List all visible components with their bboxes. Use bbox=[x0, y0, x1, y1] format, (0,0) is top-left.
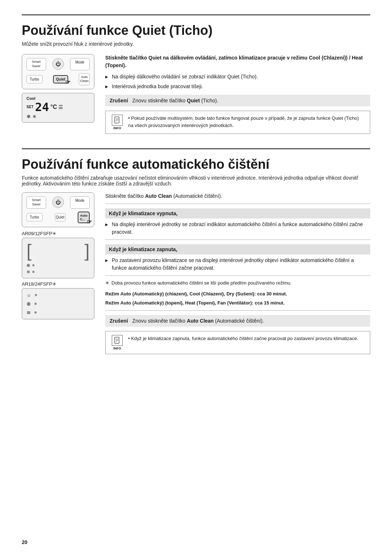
dot-ar18-2 bbox=[34, 303, 37, 305]
power-btn-2: ⏻ bbox=[52, 196, 64, 208]
section1-title: Používání funkce Quiet (Ticho) bbox=[22, 23, 370, 38]
ar18-display: ☼ ⊕ ≋ bbox=[22, 288, 94, 319]
info-text-content-2: • Když je klimatizace zapnuta, funkce au… bbox=[128, 335, 358, 342]
asterisk-note: ✳ Doba provozu funkce automatického čišt… bbox=[105, 279, 370, 287]
smart-saver-btn: SmartSaver bbox=[26, 58, 46, 70]
remote-buttons-grid: SmartSaver ⏻ Mode bbox=[26, 58, 90, 70]
section1-instructions: Stiskněte tlačítko Quiet na dálkovém ovl… bbox=[105, 54, 370, 134]
info-icon-box-2 bbox=[112, 335, 123, 346]
auto-clean-section: SmartSaver ⏻ Mode Turbo Quiet AutoC... ☞… bbox=[22, 192, 370, 354]
quiet-btn: Quiet ☞ bbox=[53, 75, 68, 83]
ar09-main-display: [ ] bbox=[26, 242, 90, 260]
off-item: ▶ Na displeji interiérové jednotky se zo… bbox=[105, 221, 370, 236]
info-bullet-2: • bbox=[128, 336, 131, 341]
asterisk-symbol: ✳ bbox=[105, 279, 109, 287]
info-icon-container-2: INFO bbox=[111, 335, 124, 350]
ar18-icon-row-3: ≋ bbox=[26, 310, 90, 315]
info-label-2: INFO bbox=[113, 347, 121, 350]
zruseni-text-2: Znovu stiskněte tlačítko Auto Clean (Aut… bbox=[132, 318, 264, 324]
info-label: INFO bbox=[113, 126, 121, 130]
on-list: ▶ Po zastavení provozu klimatizace se na… bbox=[105, 257, 370, 272]
finger-icon: ☞ bbox=[65, 79, 70, 86]
power-icon-ar09: ⊕ bbox=[26, 263, 30, 268]
section1-images: SmartSaver ⏻ Mode Turbo Quiet ☞ AutoClea… bbox=[22, 54, 94, 134]
zruseni-text: Znovu stiskněte tlačítko Quiet (Ticho). bbox=[132, 98, 219, 103]
ar18-icon-row-2: ⊕ bbox=[26, 301, 90, 307]
section2: Používání funkce automatického čištění F… bbox=[22, 148, 370, 354]
ar18-icons: ☼ ⊕ ≋ bbox=[26, 292, 90, 315]
dot-indicator-1 bbox=[32, 264, 34, 266]
model1-label: AR09/12FSFP✳ bbox=[22, 231, 94, 236]
auto-clean-btn-2: AutoC... ☞ bbox=[78, 212, 90, 223]
display-temp-value: 24 bbox=[35, 101, 49, 113]
document-icon bbox=[114, 116, 121, 124]
remote-bottom-row-2: Turbo Quiet AutoC... ☞ bbox=[26, 212, 90, 223]
info-icon-box bbox=[112, 115, 123, 126]
dot-ar18-3 bbox=[34, 311, 37, 314]
info-text-content: • Pokud používáte multisystém, bude tato… bbox=[128, 115, 365, 129]
ar09-icon-row-2: ≋ bbox=[26, 269, 90, 274]
sub-section-on: Když je klimatizace zapnuta, bbox=[105, 244, 370, 254]
ar18-icon-row-1: ☼ bbox=[26, 292, 90, 298]
ar09-icon-row-1: ⊕ bbox=[26, 263, 90, 268]
info-icon-container: INFO bbox=[111, 115, 124, 130]
section1-content: SmartSaver ⏻ Mode Turbo Quiet ☞ AutoClea… bbox=[22, 54, 370, 134]
turbo-btn: Turbo bbox=[26, 75, 42, 83]
display-unit: °C bbox=[50, 104, 57, 110]
remote-control-box-2: SmartSaver ⏻ Mode Turbo Quiet AutoC... ☞ bbox=[22, 192, 94, 227]
off-list: ▶ Na displeji interiérové jednotky se zo… bbox=[105, 221, 370, 236]
left-column: SmartSaver ⏻ Mode Turbo Quiet AutoC... ☞… bbox=[22, 192, 94, 354]
on-item: ▶ Po zastavení provozu klimatizace se na… bbox=[105, 257, 370, 272]
instruction-list: Na displeji dálkového ovládání se zobraz… bbox=[105, 73, 370, 90]
info-box: INFO • Pokud používáte multisystém, bude… bbox=[105, 111, 370, 134]
divider-3 bbox=[105, 275, 370, 276]
right-column: Stiskněte tlačítko Auto Clean (Automatic… bbox=[105, 192, 370, 354]
bold-note1: Režim Auto (Automatický) (chlazení), Coo… bbox=[105, 290, 370, 298]
document-icon-2 bbox=[114, 337, 121, 344]
smart-saver-btn-2: SmartSaver bbox=[26, 196, 46, 208]
divider-2 bbox=[105, 240, 370, 240]
mode-btn-2: Mode bbox=[70, 196, 90, 208]
section1-subtitle: Můžete snížit provozní hluk z interiérov… bbox=[22, 41, 370, 47]
page-number: 20 bbox=[22, 539, 28, 545]
turbo-btn-2: Turbo bbox=[26, 213, 42, 221]
display-icon1: ☰ bbox=[58, 104, 63, 110]
finger-icon-2: ☞ bbox=[87, 218, 92, 225]
wave-icon-ar09: ≋ bbox=[26, 269, 30, 274]
arrow-on: ▶ bbox=[105, 258, 108, 263]
remote-buttons-grid-2: SmartSaver ⏻ Mode bbox=[26, 196, 90, 208]
section2-title: Používání funkce automatického čištění bbox=[22, 156, 370, 172]
sun-icon-ar18: ☼ bbox=[26, 292, 31, 298]
display-box: Cool SET 24 °C ☰ ❄ ✳ bbox=[22, 93, 94, 123]
press-intro-2: Stiskněte tlačítko Auto Clean (Automatic… bbox=[105, 192, 370, 200]
section2-divider bbox=[22, 148, 370, 149]
info-bullet: • bbox=[128, 115, 131, 121]
ar09-icons: ⊕ ≋ bbox=[26, 263, 90, 274]
divider-4 bbox=[105, 310, 370, 311]
remote-bottom-row: Turbo Quiet ☞ AutoClean bbox=[26, 73, 90, 85]
quiet-btn-2: Quiet bbox=[55, 213, 66, 221]
ar09-display: [ ] ⊕ ≋ bbox=[22, 238, 94, 278]
divider-1 bbox=[105, 204, 370, 204]
power-icon-ar18: ⊕ bbox=[26, 301, 31, 307]
zruseni-box-2: Zrušení Znovu stiskněte tlačítko Auto Cl… bbox=[105, 315, 370, 327]
fan-icon: ✳ bbox=[32, 114, 37, 119]
zruseni-label: Zrušení bbox=[110, 98, 128, 103]
snowflake-icon: ❄ bbox=[26, 114, 31, 119]
section2-subtitle: Funkce automatického čištění zabraňuje u… bbox=[22, 175, 370, 187]
wave-icon-ar18: ≋ bbox=[26, 310, 31, 315]
power-btn: ⏻ bbox=[52, 58, 64, 70]
bracket-right: ] bbox=[85, 242, 90, 260]
info-box-2: INFO • Když je klimatizace zapnuta, funk… bbox=[105, 331, 370, 354]
remote-control-box: SmartSaver ⏻ Mode Turbo Quiet ☞ AutoClea… bbox=[22, 54, 94, 89]
dot-ar18-1 bbox=[35, 294, 37, 296]
bold-note2: Režim Auto (Automatický) (topení), Heat … bbox=[105, 299, 370, 307]
model2-label: AR18/24FSFP✳ bbox=[22, 281, 94, 287]
display-set-label: SET bbox=[26, 105, 33, 109]
press-instruction: Stiskněte tlačítko Quiet na dálkovém ovl… bbox=[105, 54, 370, 69]
auto-clean-btn: AutoClean bbox=[79, 73, 90, 85]
zruseni-box: Zrušení Znovu stiskněte tlačítko Quiet (… bbox=[105, 95, 370, 106]
instruction-item-1: Na displeji dálkového ovládání se zobraz… bbox=[105, 73, 370, 81]
dot-indicator-2 bbox=[32, 271, 34, 273]
mode-btn: Mode bbox=[70, 58, 90, 70]
